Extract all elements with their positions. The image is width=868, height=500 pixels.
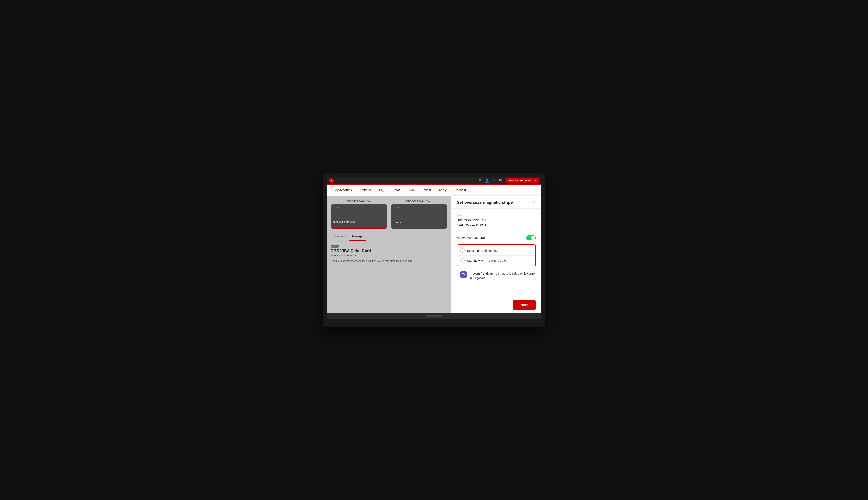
fraud-warning: 🛡 Prevent fraud: Turn off magnetic strip… [457,271,536,281]
search-icon[interactable]: 🔍 [499,178,503,183]
left-panel: DBS VISA Debit Card DEBIT 4628 4500 1234… [327,196,451,313]
card-1-debit-label: DEBIT [333,206,340,208]
logout-icon: → [534,179,536,182]
card-2-visual[interactable]: DEBIT .... 5018 [390,204,447,229]
nav-cards[interactable]: Cards [388,185,404,195]
nav-plan[interactable]: Plan [404,185,419,195]
active-status-badge: Active [331,245,339,248]
card-2-number: .... 5018 [393,221,401,224]
laptop-bottom-bar [327,313,541,319]
radio-options-box: Set a start and end date Start now with … [457,245,536,266]
top-bar-left: ✕ [329,178,334,183]
card-2-title: DBS VISA Debit Card [390,200,447,203]
tab-manage[interactable]: Manage [349,233,366,241]
card-field-label: Card [457,214,536,217]
card-1-container: DBS VISA Debit Card DEBIT 4628 4500 1234… [331,200,387,229]
cards-row: DBS VISA Debit Card DEBIT 4628 4500 1234… [331,200,447,229]
overseas-use-toggle[interactable] [526,235,536,240]
radio-no-expiry[interactable]: Start now with no expiry date [457,255,535,265]
fraud-warning-text: Prevent fraud: Turn off magnetic stripe … [470,271,536,281]
modal-panel: Set overseas magnetic stripe ✕ Card DBS … [451,196,541,313]
top-bar-right: ⊞ 👤 ✉ 🔍 Proceed to Logout → [478,178,539,183]
nav-transfer[interactable]: Transfer [356,185,375,195]
card-info-name: DBS VISA Debit Card [331,249,447,253]
card-info-desc: Need to block transactions for a while? … [331,259,447,262]
nav-apply[interactable]: Apply [435,185,450,195]
modal-title: Set overseas magnetic stripe [457,200,513,205]
card-1-title: DBS VISA Debit Card [331,200,387,203]
radio-label-start-end: Set a start and end date [467,249,499,252]
modal-footer: Next [451,297,541,313]
toggle-label: Allow overseas use [457,236,485,240]
laptop-screen: ✕ ⊞ 👤 ✉ 🔍 Proceed to Logout → My Account… [327,177,541,313]
modal-body: Card DBS VISA Debit Card 4628 4500 1234 … [451,209,541,297]
card-field-value: DBS VISA Debit Card 4628 4500 1234 5678 [457,218,536,227]
window-close-button[interactable]: ✕ [329,178,334,183]
modal-header: Set overseas magnetic stripe ✕ [451,196,541,209]
tab-overview[interactable]: Overview [331,233,349,241]
toggle-row: Allow overseas use [457,235,536,240]
nav-bar: My Accounts Transfer Pay Cards Plan Inve… [327,185,541,196]
tabs-row: Overview Manage [331,233,447,241]
card-1-visual[interactable]: DEBIT 4628 4500 1234 5678 [331,204,387,229]
laptop-frame: ✕ ⊞ 👤 ✉ 🔍 Proceed to Logout → My Account… [323,173,545,327]
card-info-number: 4628 4500 1234 5678 [331,254,447,257]
card-2-debit-label: DEBIT [393,206,399,208]
shield-icon: 🛡 [460,271,467,278]
radio-circle-no-expiry [460,258,465,262]
user-icon: 👤 [485,178,489,183]
nav-request[interactable]: Request [450,185,470,195]
network-icon: ⊞ [478,178,481,183]
next-button[interactable]: Next [513,300,536,310]
top-bar: ✕ ⊞ 👤 ✉ 🔍 Proceed to Logout → [327,177,541,185]
main-content: DBS VISA Debit Card DEBIT 4628 4500 1234… [327,196,541,313]
radio-start-end-date[interactable]: Set a start and end date [457,246,535,255]
nav-invest[interactable]: Invest [419,185,435,195]
radio-circle-start-end [460,249,465,252]
divider-1 [457,231,536,231]
mail-icon: ✉ [492,178,495,183]
modal-close-button[interactable]: ✕ [532,201,536,205]
proceed-logout-button[interactable]: Proceed to Logout → [506,178,539,183]
laptop-notch [426,315,442,317]
nav-my-accounts[interactable]: My Accounts [331,185,356,195]
radio-label-no-expiry: Start now with no expiry date [467,259,506,262]
card-1-number: 4628 4500 1234 5678 [333,221,355,223]
nav-pay[interactable]: Pay [375,185,388,195]
toggle-knob [531,236,535,240]
card-2-container: DBS VISA Debit Card DEBIT .... 5018 [390,200,447,229]
